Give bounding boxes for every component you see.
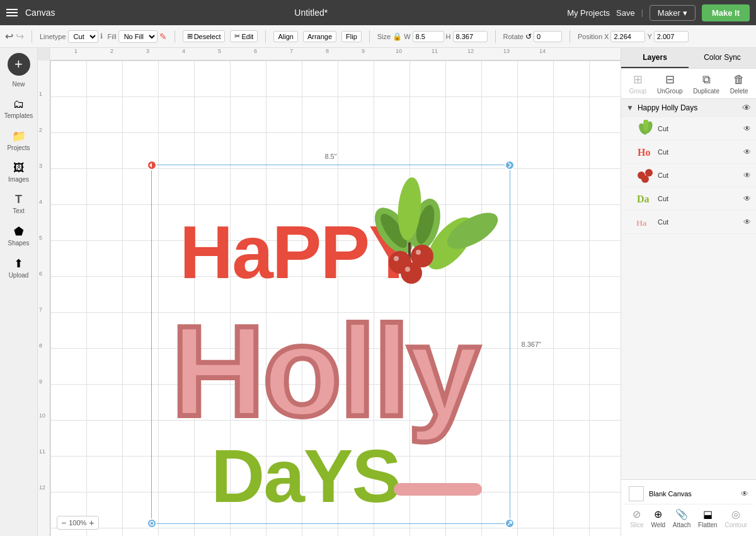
- layer-item-1-eye[interactable]: 👁: [743, 124, 751, 133]
- rotate-icon: ↺: [525, 32, 532, 41]
- toolbar-separator-6: [570, 30, 570, 43]
- deselect-button[interactable]: ⊞ Deselect: [183, 30, 226, 42]
- arrange-button[interactable]: Arrange: [303, 31, 336, 42]
- bottom-actions: ⊘ Slice ⊕ Weld 📎 Attach ⬓ Flatten ◎ C: [624, 504, 753, 532]
- delete-icon: 🗑: [733, 73, 745, 86]
- weld-action[interactable]: ⊕ Weld: [651, 508, 665, 528]
- layer-preview-2: Ho: [636, 143, 654, 161]
- make-it-button[interactable]: Make It: [702, 4, 750, 21]
- edit-icon: ✂: [234, 32, 240, 40]
- design-content[interactable]: HaPPY Holly DaYS: [161, 174, 504, 524]
- svg-point-16: [394, 256, 399, 261]
- layer-group-row[interactable]: ▼ Happy Holly Days 👁: [621, 99, 756, 117]
- edit-label: Edit: [241, 33, 253, 40]
- duplicate-action[interactable]: ⧉ Duplicate: [693, 73, 719, 95]
- slice-icon: ⊘: [633, 508, 641, 520]
- sidebar-item-images[interactable]: 🖼 Images: [3, 158, 35, 187]
- lock-icon[interactable]: 🔒: [392, 32, 402, 41]
- attach-action[interactable]: 📎 Attach: [673, 508, 690, 528]
- layer-item-2-eye[interactable]: 👁: [743, 148, 751, 156]
- handle-top-left[interactable]: [147, 160, 157, 170]
- ungroup-action[interactable]: ⊟ UnGroup: [657, 73, 683, 95]
- group-action[interactable]: ⊞ Group: [629, 73, 646, 95]
- ruler-top: 1 2 3 4 5 6 7 8 9 10 11 12 13 14: [50, 48, 621, 61]
- layer-item-4-name: Cut: [658, 195, 740, 202]
- weld-icon: ⊕: [654, 508, 662, 520]
- canvas-area[interactable]: 1 2 3 4 5 6 7 8 9 10 11 12 13 14 1 2 3 4…: [38, 48, 621, 536]
- zoom-controls: − 100% +: [57, 516, 99, 530]
- ungroup-label: UnGroup: [657, 88, 683, 95]
- zoom-in-button[interactable]: +: [89, 518, 94, 528]
- upload-icon: ⬆: [14, 257, 23, 271]
- delete-action[interactable]: 🗑 Delete: [730, 73, 748, 95]
- size-label-width: 8.5": [324, 153, 336, 160]
- layer-item-5[interactable]: Ha Cut 👁: [621, 211, 756, 234]
- new-label: New: [12, 81, 25, 88]
- tab-color-sync[interactable]: Color Sync: [689, 48, 756, 68]
- svg-point-17: [416, 250, 421, 255]
- group-eye-icon[interactable]: 👁: [742, 103, 751, 113]
- group-label: Group: [629, 88, 646, 95]
- layer-item-4[interactable]: Da Cut 👁: [621, 187, 756, 211]
- sidebar-item-text[interactable]: T Text: [3, 189, 35, 218]
- main-area: + New 🗂 Templates 📁 Projects 🖼 Images T …: [0, 48, 756, 536]
- info-icon: ℹ: [100, 32, 103, 40]
- app-name: Canvas: [25, 8, 55, 18]
- align-button[interactable]: Align: [273, 31, 297, 42]
- toolbar-separator-2: [175, 30, 175, 43]
- duplicate-label: Duplicate: [693, 88, 719, 95]
- width-input[interactable]: 8.5: [413, 31, 444, 42]
- pencil-icon[interactable]: ✎: [159, 32, 167, 42]
- sidebar-item-projects[interactable]: 📁 Projects: [3, 125, 35, 155]
- sidebar-item-shapes[interactable]: ⬟ Shapes: [3, 221, 35, 250]
- top-bar: Canvas Untitled* My Projects Save | Make…: [0, 0, 756, 25]
- layer-item-4-eye[interactable]: 👁: [743, 194, 751, 203]
- new-button[interactable]: +: [8, 53, 30, 76]
- layer-item-2[interactable]: Ho Cut 👁: [621, 141, 756, 164]
- contour-action[interactable]: ◎ Contour: [724, 508, 747, 528]
- svg-rect-4: [394, 483, 482, 496]
- rotate-input[interactable]: 0: [534, 31, 562, 42]
- edit-button[interactable]: ✂ Edit: [230, 30, 258, 42]
- zoom-out-button[interactable]: −: [61, 518, 66, 528]
- blank-canvas-eye[interactable]: 👁: [741, 489, 748, 498]
- flatten-action[interactable]: ⬓ Flatten: [698, 508, 718, 528]
- linetype-select[interactable]: Cut: [68, 30, 98, 43]
- canvas-row: Blank Canvas 👁: [624, 484, 753, 504]
- x-input[interactable]: 2.264: [610, 31, 645, 42]
- bottom-panel: Blank Canvas 👁 ⊘ Slice ⊕ Weld 📎 Attach: [621, 479, 756, 536]
- undo-button[interactable]: ↩: [5, 30, 13, 42]
- my-projects-button[interactable]: My Projects: [567, 8, 610, 18]
- position-group: Position X 2.264 Y 2.007: [578, 31, 689, 42]
- sidebar-item-templates[interactable]: 🗂 Templates: [3, 94, 35, 123]
- panel-actions: ⊞ Group ⊟ UnGroup ⧉ Duplicate 🗑 Delete: [621, 69, 756, 99]
- fill-select[interactable]: No Fill: [118, 30, 158, 43]
- position-label: Position: [578, 33, 602, 40]
- height-input[interactable]: 8.367: [453, 31, 488, 42]
- maker-dropdown-button[interactable]: Maker ▾: [650, 5, 696, 21]
- handle-bottom-right[interactable]: [505, 518, 515, 528]
- top-actions: My Projects Save | Maker ▾ Make It: [567, 4, 750, 21]
- y-input[interactable]: 2.007: [654, 31, 689, 42]
- flip-button[interactable]: Flip: [341, 31, 362, 42]
- sidebar-item-upload[interactable]: ⬆ Upload: [3, 253, 35, 283]
- text-icon: T: [15, 193, 22, 206]
- svg-text:Ha: Ha: [636, 218, 647, 228]
- save-button[interactable]: Save: [616, 8, 635, 18]
- projects-icon: 📁: [12, 129, 26, 143]
- layer-item-3[interactable]: Cut 👁: [621, 164, 756, 187]
- deselect-icon: ⊞: [187, 32, 193, 40]
- layer-item-5-eye[interactable]: 👁: [743, 218, 751, 226]
- rotate-label: Rotate: [503, 33, 524, 40]
- redo-button[interactable]: ↪: [16, 30, 24, 42]
- delete-label: Delete: [730, 88, 748, 95]
- layer-item-1[interactable]: Cut 👁: [621, 117, 756, 141]
- shapes-label: Shapes: [8, 240, 30, 247]
- handle-top-right[interactable]: [505, 160, 515, 170]
- handle-bottom-left[interactable]: [147, 518, 157, 528]
- layer-item-3-eye[interactable]: 👁: [743, 171, 751, 180]
- layer-item-3-name: Cut: [658, 172, 740, 179]
- tab-layers[interactable]: Layers: [621, 48, 689, 68]
- hamburger-menu[interactable]: [6, 9, 18, 16]
- slice-action[interactable]: ⊘ Slice: [630, 508, 644, 528]
